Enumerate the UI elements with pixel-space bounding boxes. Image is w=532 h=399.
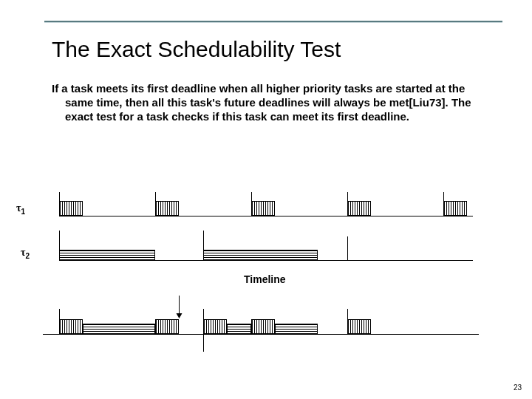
timeline-t1 — [251, 319, 275, 334]
page-number: 23 — [514, 383, 522, 392]
timeline-t1 — [347, 319, 371, 334]
timeline-t1 — [155, 319, 179, 334]
lane1-exec — [347, 201, 371, 216]
header-rule — [44, 21, 502, 23]
deadline-arrow-head — [177, 313, 183, 318]
lane1-baseline — [59, 216, 473, 216]
lane1-exec — [443, 201, 467, 216]
lane1-exec — [59, 201, 83, 216]
deadline-arrow-stem — [179, 296, 180, 313]
timeline-t1 — [59, 319, 83, 334]
lane1-exec — [251, 201, 275, 216]
lane2-exec — [59, 250, 155, 260]
tau2-label: τ2 — [21, 246, 30, 260]
timeline-t2 — [83, 324, 155, 334]
tau1-label: τ1 — [16, 202, 25, 216]
lane2-exec — [203, 250, 318, 260]
lane1-exec — [155, 201, 179, 216]
slide-title: The Exact Schedulability Test — [52, 37, 341, 62]
timeline-baseline — [43, 334, 479, 335]
timeline-t1 — [203, 319, 227, 334]
timeline-t2 — [275, 324, 318, 334]
diagram: τ1 τ2 Timeline — [30, 185, 502, 377]
timeline-t2 — [227, 324, 251, 334]
lane2-baseline — [59, 260, 473, 261]
slide: The Exact Schedulability Test If a task … — [0, 0, 532, 399]
tau2-sub: 2 — [25, 252, 30, 260]
lane2-tick — [347, 236, 348, 260]
timeline-label: Timeline — [244, 273, 286, 285]
slide-body: If a task meets its first deadline when … — [52, 81, 480, 124]
tau1-sub: 1 — [21, 208, 25, 216]
